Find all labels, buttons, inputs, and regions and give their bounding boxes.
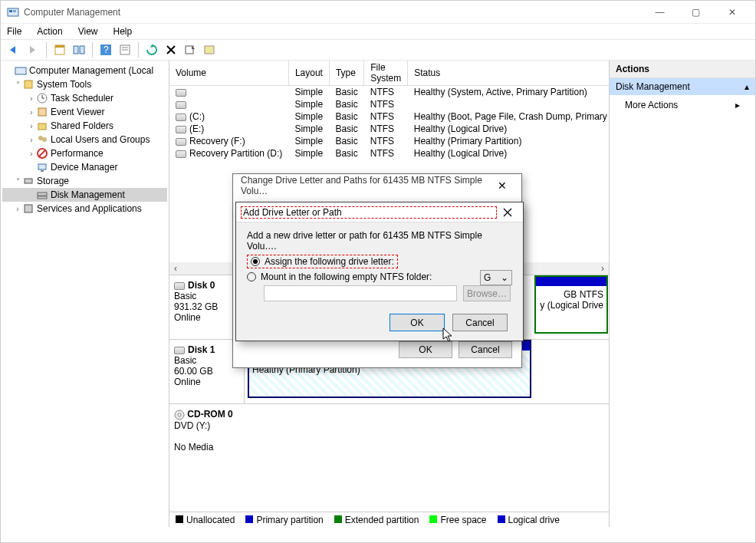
col-volume[interactable]: Volume: [169, 61, 288, 86]
svg-line-26: [39, 150, 45, 156]
col-type[interactable]: Type: [329, 61, 363, 86]
svg-rect-16: [15, 67, 26, 74]
toolbar-icon[interactable]: [71, 41, 87, 58]
volume-row[interactable]: (C:)SimpleBasicNTFSHealthy (Boot, Page F…: [169, 110, 609, 123]
col-layout[interactable]: Layout: [288, 61, 329, 86]
svg-rect-28: [41, 170, 44, 172]
tree-systools[interactable]: ˅System Tools: [2, 77, 167, 91]
radio-mount-folder[interactable]: Mount in the following empty NTFS folder…: [247, 272, 512, 282]
disk-icon: [174, 282, 185, 290]
dialog-title: Change Drive Letter and Paths for 61435 …: [241, 175, 491, 196]
legend: Unallocated Primary partition Extended p…: [169, 512, 609, 527]
tree-services[interactable]: ›Services and Applications: [2, 202, 167, 216]
close-icon[interactable]: ✕: [491, 179, 514, 192]
forward-button: [25, 41, 41, 58]
toolbar-icon[interactable]: [51, 41, 68, 58]
svg-point-34: [178, 413, 181, 416]
help-icon[interactable]: ?: [97, 41, 114, 58]
disk-icon: [174, 347, 185, 354]
menu-help[interactable]: Help: [113, 26, 133, 37]
actions-header: Actions: [610, 61, 755, 78]
scroll-right-icon[interactable]: ›: [597, 262, 609, 275]
radio-assign-letter[interactable]: Assign the following drive letter:: [247, 255, 512, 268]
maximize-button[interactable]: ▢: [679, 2, 713, 23]
scroll-left-icon[interactable]: ‹: [169, 262, 182, 275]
tree-root[interactable]: Computer Management (Local: [2, 64, 167, 77]
svg-point-24: [42, 137, 47, 142]
actions-panel: Actions Disk Management▴ More Actions▸: [610, 61, 755, 527]
volume-row[interactable]: Recovery Partition (D:)SimpleBasicNTFSHe…: [169, 147, 609, 160]
disk-row-cd[interactable]: CD-ROM 0 DVD (Y:) No Media: [169, 404, 609, 458]
delete-icon[interactable]: [163, 41, 179, 58]
col-fs[interactable]: File System: [364, 61, 408, 86]
svg-rect-29: [25, 179, 32, 183]
tree-disk-management[interactable]: Disk Management: [2, 188, 167, 202]
svg-rect-5: [74, 46, 78, 54]
ok-button[interactable]: OK: [390, 314, 445, 331]
collapse-icon[interactable]: ▴: [744, 81, 749, 92]
tree-task-scheduler[interactable]: ›Task Scheduler: [2, 91, 167, 105]
svg-rect-22: [38, 123, 46, 130]
actions-selected[interactable]: Disk Management▴: [610, 78, 755, 95]
close-button[interactable]: ✕: [715, 2, 749, 23]
tree-device-manager[interactable]: Device Manager: [2, 160, 167, 174]
svg-rect-32: [25, 205, 32, 212]
tree-shared-folders[interactable]: ›Shared Folders: [2, 119, 167, 133]
menu-file[interactable]: File: [7, 26, 21, 37]
back-button[interactable]: [5, 41, 22, 58]
app-icon: [7, 6, 19, 18]
svg-rect-1: [9, 10, 12, 12]
menubar: File Action View Help: [1, 24, 755, 39]
add-drive-letter-dialog: Add Drive Letter or Path Add a new drive…: [235, 202, 524, 341]
svg-rect-21: [38, 108, 46, 116]
refresh-icon[interactable]: [143, 41, 160, 58]
tree-event-viewer[interactable]: ›Event Viewer: [2, 105, 167, 119]
mount-folder-field: [264, 285, 457, 301]
dialog-title: Add Drive Letter or Path: [241, 206, 497, 219]
toolbar-icon[interactable]: [117, 41, 133, 58]
ok-button[interactable]: OK: [399, 341, 452, 358]
svg-rect-17: [25, 81, 32, 88]
svg-rect-31: [38, 196, 47, 199]
svg-rect-4: [55, 45, 64, 48]
cd-icon: [174, 409, 185, 420]
menu-action[interactable]: Action: [37, 26, 62, 37]
volume-row[interactable]: Recovery (F:)SimpleBasicNTFSHealthy (Pri…: [169, 135, 609, 147]
disk-info: CD-ROM 0 DVD (Y:) No Media: [169, 404, 245, 458]
nav-tree: Computer Management (Local ˅System Tools…: [1, 61, 169, 527]
menu-view[interactable]: View: [78, 26, 98, 37]
tree-local-users[interactable]: ›Local Users and Groups: [2, 133, 167, 146]
col-status[interactable]: Status: [408, 61, 609, 86]
cancel-button[interactable]: Cancel: [459, 341, 512, 358]
volume-row[interactable]: SimpleBasicNTFSHealthy (System, Active, …: [169, 86, 609, 99]
svg-rect-2: [13, 10, 16, 12]
toolbar-icon[interactable]: [201, 41, 218, 58]
close-icon[interactable]: [497, 204, 518, 221]
toolbar: ?: [1, 39, 755, 61]
radio-icon: [251, 257, 260, 266]
drive-letter-select[interactable]: G ⌄: [480, 270, 512, 285]
browse-button: Browse…: [463, 285, 511, 301]
svg-rect-30: [38, 193, 47, 196]
svg-text:?: ?: [104, 44, 109, 55]
cancel-button[interactable]: Cancel: [452, 314, 508, 331]
window-title: Computer Management: [24, 7, 643, 18]
chevron-down-icon: ⌄: [501, 272, 508, 283]
volume-row[interactable]: (E:)SimpleBasicNTFSHealthy (Logical Driv…: [169, 123, 609, 135]
minimize-button[interactable]: —: [643, 2, 677, 23]
toolbar-icon[interactable]: [182, 41, 199, 58]
chevron-right-icon: ▸: [735, 100, 740, 110]
titlebar: Computer Management — ▢ ✕: [1, 1, 755, 24]
partition[interactable]: GB NTFS y (Logical Drive: [534, 275, 608, 334]
svg-rect-27: [38, 164, 46, 169]
tree-performance[interactable]: ›Performance: [2, 146, 167, 160]
volume-row[interactable]: SimpleBasicNTFS: [169, 98, 609, 110]
svg-rect-15: [205, 46, 214, 54]
tree-storage[interactable]: ˅Storage: [2, 174, 167, 188]
radio-icon: [247, 272, 256, 281]
dialog-desc: Add a new drive letter or path for 61435…: [247, 230, 512, 252]
svg-rect-6: [80, 46, 84, 54]
more-actions[interactable]: More Actions▸: [610, 95, 755, 115]
